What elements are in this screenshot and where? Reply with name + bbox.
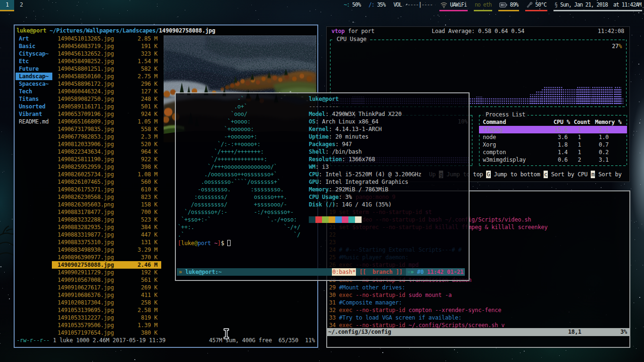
neofetch-info-line: OS: Arch Linux x86_64	[309, 118, 421, 125]
status-block-battery[interactable]: 89%	[498, 0, 519, 11]
ranger-file-entry[interactable]: 1490910627617.jpg269 K	[52, 284, 161, 291]
vim-line[interactable]: 32 exec --no-startup-id compton --xrende…	[329, 306, 548, 314]
ranger-file-entry[interactable]: 1490456083719.jpg191 K	[52, 42, 161, 50]
ranger-dir-entry[interactable]: Etc	[16, 58, 52, 65]
process-list-header: Command CPU % Count Memory %	[479, 118, 627, 126]
ranger-file-entry[interactable]: 1490826175371.jpg610 K	[52, 186, 161, 193]
ranger-file-entry[interactable]: 1490673179835.jpg558 K	[52, 125, 161, 133]
process-row[interactable]: w3mimgdisplay0.623.1	[479, 156, 627, 164]
tmux-session-host: » luke@port:~	[179, 268, 222, 276]
tmux-arrow-2: »	[411, 269, 414, 275]
ranger-dir-entry[interactable]: Art	[16, 35, 52, 42]
ranger-dir-entry[interactable]: Spacesca~	[16, 80, 52, 88]
ranger-file-entry[interactable]: 1490826230568.jpg823 K	[52, 193, 161, 201]
status-block-ethernet[interactable]: no eth	[474, 0, 493, 11]
ranger-file-entry[interactable]: 1490458801251.jpg582 K	[52, 65, 161, 73]
ranger-file-entry[interactable]: 1490883282935.jpg384 K	[52, 223, 161, 231]
ranger-file-entry[interactable]: 1491057197654.jpg380 K	[52, 329, 161, 337]
neofetch-info-line: Memory: 292MiB / 7863MiB	[309, 186, 421, 193]
process-row[interactable]: ffmpeg15.612.1	[479, 126, 627, 133]
ranger-dir-entry[interactable]: Cityscap~	[16, 50, 52, 58]
color-swatch	[335, 216, 342, 223]
ranger-file-entry[interactable]: 1490653709196.jpg924 K	[52, 110, 161, 118]
neofetch-info-line: WM: i3	[309, 163, 421, 171]
vim-line[interactable]: 31 #Composite manager:	[329, 299, 548, 306]
status-block-volume[interactable]: VOL -----|----	[392, 0, 433, 11]
column-header-count[interactable]: Count	[574, 118, 590, 126]
ranger-file-entry[interactable]: 1490826305603.png158 K	[52, 201, 161, 208]
ranger-dir-entry[interactable]: Titans	[16, 95, 52, 103]
ranger-file-entry[interactable]: 1490883178477.jpg700 K	[52, 208, 161, 216]
hotkey-label: Jump to bottom	[491, 171, 544, 178]
ranger-file-entry[interactable]: 1491053579506.jpg1.39 M	[52, 321, 161, 329]
ranger-file-entry[interactable]: 1490883498930.jpg3.29 M	[52, 246, 161, 254]
ranger-dir-entry[interactable]: Basic	[16, 42, 52, 50]
ranger-file-entry[interactable]: 1490458850160.jpg2.75 M	[52, 73, 161, 80]
status-block-disk-home[interactable]: ~: 50%	[343, 0, 362, 11]
ranger-file-entry[interactable]: 1491053312227.jpg819 K	[52, 314, 161, 321]
process-row[interactable]: compton1.410.2	[479, 148, 627, 156]
vim-line[interactable]: 30 exec --no-startup-id sudo mount -a	[329, 291, 548, 299]
neofetch-info-line: Model: 4290W3X ThinkPad X220	[309, 110, 421, 118]
ranger-file-entry[interactable]: 1490825811190.jpg922 K	[52, 156, 161, 163]
ranger-file-entry[interactable]: 1490460446324.jpg127 K	[52, 88, 161, 95]
ranger-file-entry[interactable]: 1490589116171.jpg501 K	[52, 103, 161, 110]
ranger-dir-entry[interactable]: Landscap~	[16, 73, 52, 80]
ranger-dir-entry[interactable]: Future	[16, 65, 52, 73]
ranger-file-entry[interactable]: 1490451013265.jpg2.85 M	[52, 35, 161, 42]
ranger-file-entry[interactable]: 1490822343634.jpg964 K	[52, 148, 161, 156]
status-block-temperature[interactable]: 50°C	[525, 0, 547, 11]
ranger-file-entry[interactable]: 1490825952959.jpg398 K	[52, 163, 161, 171]
star	[638, 12, 639, 13]
status-block-disk-root[interactable]: /: 35%	[368, 0, 387, 11]
ranger-dir-entry[interactable]: Vibrant	[16, 110, 52, 118]
ranger-file-entry[interactable]: 1490883319877.jpg447 K	[52, 231, 161, 239]
column-header-memory[interactable]: Memory %	[595, 118, 621, 126]
column-header-command[interactable]: Command	[483, 118, 506, 126]
ranger-file-entry[interactable]: 1490458896172.jpg296 K	[52, 80, 161, 88]
ranger-file-entry[interactable]: 1490812033906.jpg520 K	[52, 140, 161, 148]
process-row[interactable]: Xorg1.810.7	[479, 141, 627, 148]
ranger-file-entry[interactable]: 1490883375310.jpg131 K	[52, 239, 161, 246]
star	[9, 298, 10, 299]
ranger-file-entry[interactable]: 1490910686376.jpg411 K	[52, 291, 161, 299]
workspace-button-2[interactable]: 2	[14, 0, 28, 11]
vtop-load-average: Load Average: 0.58 0.64 0.54	[327, 27, 629, 35]
vim-cursor-position: 18,1	[568, 328, 581, 336]
ranger-file-entry[interactable]: 1491053139695.jpg2.58 M	[52, 306, 161, 314]
ranger-file-entry[interactable]: 1490826107465.jpg560 K	[52, 178, 161, 186]
shell-prompt: [luke@port ~]$	[178, 239, 231, 247]
ranger-file-entry[interactable]: 1490826025734.jpg1.08 M	[52, 171, 161, 178]
ranger-file-entry[interactable]: 1490458498252.jpg1.54 M	[52, 58, 161, 65]
ranger-dir-entry[interactable]: Unsorted	[16, 103, 52, 110]
vtop-clock: 11:42:08	[598, 27, 624, 35]
star	[438, 15, 438, 16]
vim-line[interactable]: 33 #Try to load VGA screen if available:	[329, 314, 548, 321]
ranger-dir-entry[interactable]: README.md	[16, 118, 52, 125]
ranger-file-entry[interactable]: 1490910567008.jpg561 K	[52, 276, 161, 284]
star	[601, 187, 602, 188]
neofetch-info-line: Uptime: 20 minutes	[309, 133, 421, 140]
ranger-file-entry[interactable]: 1491020817304.jpg258 K	[52, 299, 161, 306]
ranger-dir-entry[interactable]: Tech	[16, 88, 52, 95]
star	[353, 22, 354, 23]
cpu-chart-band	[592, 87, 613, 105]
ranger-file-entry[interactable]: 1490677982853.jpg2.3 M	[52, 133, 161, 140]
ranger-file-entry[interactable]: 1490456132652.jpg323 K	[52, 50, 161, 58]
cpu-chart-band	[577, 86, 590, 105]
ranger-file-entry[interactable]: 1490902911729.jpg192 K	[52, 269, 161, 276]
ranger-file-entry[interactable]: 1490665166809.jpg1.05 M	[52, 118, 161, 125]
ranger-file-entry[interactable]: 1490896390977.jpg370 K	[52, 254, 161, 261]
color-swatch	[342, 216, 348, 223]
star	[26, 17, 27, 18]
neofetch-info-line: CPU: Intel i5-2520M (4) @ 3.200GHz	[309, 171, 421, 178]
column-header-cpu[interactable]: CPU %	[553, 118, 570, 126]
ranger-file-entry[interactable]: 1490883232288.jpg523 K	[52, 216, 161, 223]
process-row[interactable]: node3.611.0	[479, 133, 627, 141]
workspace-button-1[interactable]: 1	[0, 0, 14, 11]
status-block-datetime[interactable]: §Sun, Jan 21, 2018 at 11:42AM	[553, 0, 642, 11]
ranger-file-entry[interactable]: 1490902758088.jpg2.46 M	[52, 261, 161, 269]
status-block-wifi[interactable]: UAWiFi	[439, 0, 468, 11]
ranger-file-entry[interactable]: 1490589082750.jpg248 K	[52, 95, 161, 103]
vim-line[interactable]: 29 #Mount other drives:	[329, 284, 548, 291]
